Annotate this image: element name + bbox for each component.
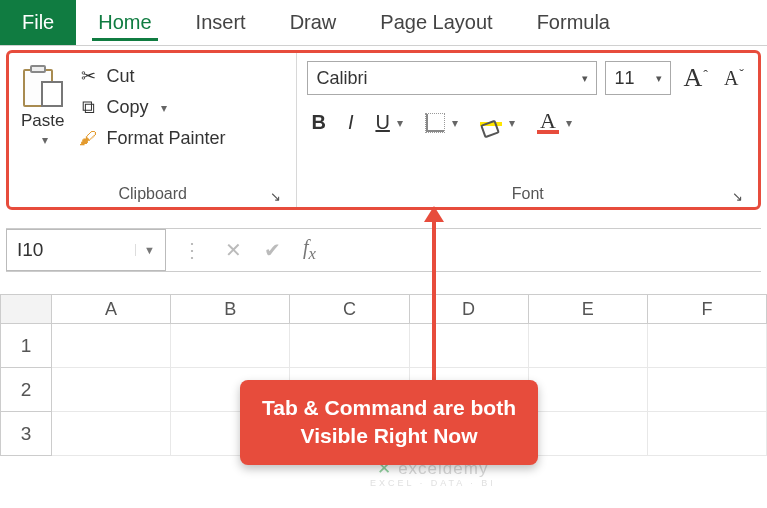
italic-icon: I — [348, 111, 354, 134]
cut-button[interactable]: ✂ Cut — [78, 65, 225, 87]
annotation-arrow — [432, 208, 436, 384]
chevron-down-icon: ▾ — [562, 116, 572, 130]
select-all-corner[interactable] — [0, 294, 52, 324]
paintbrush-icon: 🖌 — [78, 128, 98, 149]
copy-label: Copy — [106, 97, 148, 118]
insert-function-button[interactable]: fx — [303, 236, 316, 264]
letter-a-icon: A — [724, 67, 738, 90]
paste-button[interactable]: Paste ▾ — [19, 61, 66, 151]
paste-icon — [23, 65, 63, 109]
bold-icon: B — [311, 111, 325, 134]
format-painter-label: Format Painter — [106, 128, 225, 149]
caret-down-icon: ˇ — [739, 67, 744, 83]
callout-line: Tab & Command are both — [262, 394, 516, 422]
cell[interactable] — [171, 324, 290, 368]
underline-button[interactable]: U ▾ — [371, 109, 406, 136]
border-icon — [425, 113, 445, 133]
format-painter-button[interactable]: 🖌 Format Painter — [78, 128, 225, 149]
watermark-sub: EXCEL · DATA · BI — [370, 479, 496, 489]
cell[interactable] — [529, 412, 648, 456]
cell[interactable] — [52, 324, 171, 368]
italic-button[interactable]: I — [344, 109, 358, 136]
tab-formula[interactable]: Formula — [515, 0, 632, 45]
bold-button[interactable]: B — [307, 109, 329, 136]
cell[interactable] — [529, 324, 648, 368]
annotation-callout: Tab & Command are both Visible Right Now — [240, 380, 538, 465]
row-header[interactable]: 1 — [0, 324, 52, 368]
drag-handle-icon: ⋮ — [182, 238, 203, 262]
tab-draw[interactable]: Draw — [268, 0, 359, 45]
copy-icon: ⧉ — [78, 97, 98, 118]
dialog-launcher-icon[interactable]: ↘ — [732, 189, 748, 205]
increase-font-button[interactable]: Aˆ — [679, 63, 711, 93]
chevron-down-icon: ▼ — [135, 244, 155, 256]
name-box[interactable]: I10 ▼ — [6, 229, 166, 271]
cut-label: Cut — [106, 66, 134, 87]
chevron-down-icon: ▾ — [448, 116, 458, 130]
ribbon-tabs: File Home Insert Draw Page Layout Formul… — [0, 0, 767, 46]
letter-a-icon: A — [683, 63, 702, 93]
font-name-combo[interactable]: Calibri ▾ — [307, 61, 597, 95]
tab-home[interactable]: Home — [76, 0, 173, 45]
row-header[interactable]: 3 — [0, 412, 52, 456]
group-label: Font — [512, 185, 544, 203]
dialog-launcher-icon[interactable]: ↘ — [270, 189, 286, 205]
tab-page-layout[interactable]: Page Layout — [358, 0, 514, 45]
column-header[interactable]: D — [410, 294, 529, 324]
chevron-down-icon: ▾ — [648, 72, 662, 85]
row-header[interactable]: 2 — [0, 368, 52, 412]
paste-label: Paste — [21, 111, 64, 131]
cell[interactable] — [410, 324, 529, 368]
cancel-formula-icon[interactable]: ✕ — [225, 238, 242, 262]
chevron-down-icon: ▾ — [157, 101, 167, 115]
fill-color-button[interactable]: ▾ — [476, 114, 519, 132]
chevron-down-icon: ▾ — [38, 133, 48, 147]
font-name-value: Calibri — [316, 68, 367, 89]
scissors-icon: ✂ — [78, 65, 98, 87]
chevron-down-icon: ▾ — [574, 72, 588, 85]
group-font: Calibri ▾ 11 ▾ Aˆ Aˇ B I U ▾ — [296, 53, 758, 207]
column-header[interactable]: F — [648, 294, 767, 324]
chevron-down-icon: ▾ — [393, 116, 403, 130]
column-header[interactable]: A — [52, 294, 171, 324]
ribbon-highlight: Paste ▾ ✂ Cut ⧉ Copy ▾ 🖌 Format Painter — [6, 50, 761, 210]
tab-insert[interactable]: Insert — [174, 0, 268, 45]
cell[interactable] — [529, 368, 648, 412]
font-size-combo[interactable]: 11 ▾ — [605, 61, 671, 95]
column-header[interactable]: E — [529, 294, 648, 324]
group-clipboard: Paste ▾ ✂ Cut ⧉ Copy ▾ 🖌 Format Painter — [9, 53, 296, 207]
callout-line: Visible Right Now — [262, 422, 516, 450]
tab-file[interactable]: File — [0, 0, 76, 45]
bucket-icon — [480, 120, 502, 126]
cell[interactable] — [290, 324, 409, 368]
accept-formula-icon[interactable]: ✔ — [264, 238, 281, 262]
caret-up-icon: ˆ — [703, 68, 708, 84]
cell[interactable] — [52, 368, 171, 412]
font-color-icon: A — [537, 112, 559, 134]
name-box-value: I10 — [17, 239, 43, 261]
chevron-down-icon: ▾ — [505, 116, 515, 130]
underline-icon: U — [375, 111, 389, 134]
cell[interactable] — [648, 412, 767, 456]
font-color-button[interactable]: A ▾ — [533, 110, 576, 136]
font-size-value: 11 — [614, 68, 634, 89]
copy-button[interactable]: ⧉ Copy ▾ — [78, 97, 225, 118]
cell[interactable] — [648, 368, 767, 412]
cell[interactable] — [648, 324, 767, 368]
borders-button[interactable]: ▾ — [421, 111, 462, 135]
formula-bar: I10 ▼ ⋮ ✕ ✔ fx — [6, 228, 761, 272]
column-header[interactable]: C — [290, 294, 409, 324]
decrease-font-button[interactable]: Aˇ — [720, 67, 748, 90]
group-label: Clipboard — [118, 185, 186, 203]
column-header[interactable]: B — [171, 294, 290, 324]
cell[interactable] — [52, 412, 171, 456]
